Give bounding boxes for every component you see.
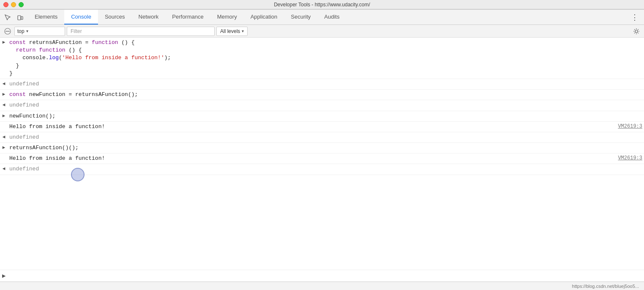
- return-arrow-7: ◀: [0, 133, 8, 140]
- output-indent-6: [0, 123, 8, 123]
- levels-label: All levels: [220, 28, 240, 34]
- tab-network[interactable]: Network: [132, 10, 166, 25]
- console-input-row: ▶: [0, 270, 644, 282]
- code-block-1: const returnsAFunction = function () { r…: [9, 39, 642, 77]
- entry-content-6: Hello from inside a function! VM2619:3: [8, 123, 644, 131]
- clear-console-button[interactable]: [3, 26, 13, 36]
- console-toolbar: top ▾ All levels ▾: [0, 25, 644, 38]
- svg-rect-1: [21, 16, 23, 19]
- title-bar: Developer Tools - https://www.udacity.co…: [0, 0, 644, 9]
- context-label: top: [17, 28, 25, 34]
- console-entry-4: ◀ undefined: [0, 100, 644, 111]
- entry-content-2: undefined: [8, 80, 644, 88]
- entry-content-4: undefined: [8, 101, 644, 109]
- expand-arrow-5[interactable]: ▶: [0, 112, 8, 119]
- tab-audits[interactable]: Audits: [317, 10, 346, 25]
- cursor-icon[interactable]: [2, 11, 14, 23]
- entry-content-10: undefined: [8, 165, 644, 173]
- tab-performance[interactable]: Performance: [165, 10, 210, 25]
- output-indent-9: [0, 154, 8, 155]
- levels-selector[interactable]: All levels ▾: [216, 27, 248, 36]
- tab-memory[interactable]: Memory: [210, 10, 244, 25]
- tab-bar: Elements Console Sources Network Perform…: [0, 10, 644, 25]
- more-options-icon[interactable]: ⋮: [629, 11, 641, 23]
- tab-application[interactable]: Application: [244, 10, 284, 25]
- console-entry-10: ◀ undefined: [0, 164, 644, 175]
- vm-link-9[interactable]: VM2619:3: [618, 155, 642, 162]
- console-entry-9: Hello from inside a function! VM2619:3: [0, 153, 644, 164]
- tab-list: Elements Console Sources Network Perform…: [28, 10, 629, 25]
- entry-content-3: const newFunction = returnsAFunction();: [8, 90, 644, 99]
- console-entry-2: ◀ undefined: [0, 79, 644, 90]
- return-arrow-10: ◀: [0, 165, 8, 172]
- device-toolbar-icon[interactable]: [14, 11, 26, 23]
- svg-point-4: [635, 30, 638, 33]
- entry-content-5: newFunction();: [8, 112, 644, 120]
- status-bar: https://blog.csdn.net/bluej5oo5...: [0, 282, 644, 290]
- console-input[interactable]: [8, 272, 644, 280]
- vm-link-6[interactable]: VM2619:3: [618, 123, 642, 131]
- console-entry-6: Hello from inside a function! VM2619:3: [0, 122, 644, 132]
- devtools-panel: Elements Console Sources Network Perform…: [0, 9, 644, 290]
- console-entry-3: ▶ const newFunction = returnsAFunction()…: [0, 90, 644, 100]
- console-output: ▶ const returnsAFunction = function () {…: [0, 38, 644, 270]
- context-selector[interactable]: top ▾: [14, 27, 65, 36]
- console-settings-button[interactable]: [631, 26, 641, 36]
- console-entry-8: ▶ returnsAFunction()();: [0, 143, 644, 153]
- tab-security[interactable]: Security: [284, 10, 317, 25]
- entry-content-9: Hello from inside a function! VM2619:3: [8, 154, 644, 163]
- console-entry-1: ▶ const returnsAFunction = function () {…: [0, 38, 644, 79]
- expand-arrow-1[interactable]: ▶: [0, 38, 8, 46]
- toolbar-left: [2, 11, 26, 23]
- maximize-button[interactable]: [19, 2, 24, 7]
- console-entry-5: ▶ newFunction();: [0, 111, 644, 122]
- entry-content-1: const returnsAFunction = function () { r…: [8, 38, 644, 78]
- tab-sources[interactable]: Sources: [98, 10, 132, 25]
- tab-elements[interactable]: Elements: [28, 10, 64, 25]
- entry-content-8: returnsAFunction()();: [8, 144, 644, 152]
- status-url: https://blog.csdn.net/bluej5oo5...: [572, 284, 639, 289]
- minimize-button[interactable]: [11, 2, 16, 7]
- input-prompt-icon: ▶: [0, 273, 8, 279]
- chevron-down-icon: ▾: [26, 29, 28, 33]
- levels-chevron-icon: ▾: [242, 29, 244, 33]
- return-arrow-4: ◀: [0, 101, 8, 108]
- close-button[interactable]: [3, 2, 8, 7]
- expand-arrow-8[interactable]: ▶: [0, 144, 8, 151]
- window-title: Developer Tools - https://www.udacity.co…: [274, 2, 370, 8]
- traffic-lights: [3, 2, 24, 7]
- tab-console[interactable]: Console: [64, 10, 98, 25]
- return-arrow-2: ◀: [0, 80, 8, 87]
- entry-content-7: undefined: [8, 133, 644, 142]
- expand-arrow-3[interactable]: ▶: [0, 90, 8, 98]
- tab-bar-right: ⋮: [629, 11, 644, 23]
- svg-rect-0: [18, 16, 21, 20]
- console-entry-7: ◀ undefined: [0, 132, 644, 143]
- filter-input[interactable]: [67, 27, 215, 36]
